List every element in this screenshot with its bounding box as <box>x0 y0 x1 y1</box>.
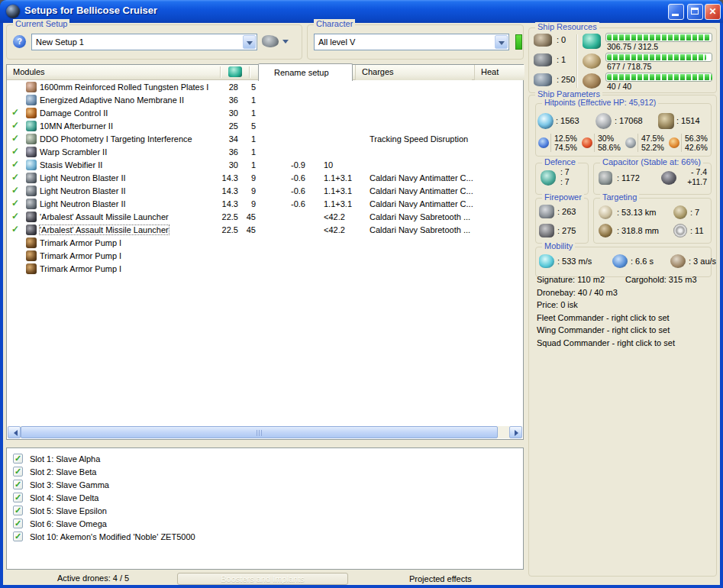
module-active-check-icon: ✓ <box>11 146 19 157</box>
capacitor-amount: : 1172 <box>617 173 640 183</box>
capacitor-delta: - 7.4+11.7 <box>679 167 707 187</box>
module-active-check-icon: ✓ <box>11 120 19 131</box>
module-row[interactable]: ✓Warp Scrambler II361 <box>8 146 522 159</box>
header-separator <box>220 66 221 78</box>
stat-line-left: Dronebay: 40 / 40 m3 <box>537 288 618 297</box>
tab-charges[interactable]: Charges <box>355 65 472 80</box>
minimize-button[interactable] <box>668 4 684 20</box>
implant-row[interactable]: ✓Slot 5: Slave Epsilon <box>7 505 523 518</box>
afterburner-icon <box>26 121 37 131</box>
module-row[interactable]: ✓Light Neutron Blaster II14.39-0.61.1+3.… <box>8 198 522 211</box>
setup-select[interactable]: New Setup 1 <box>31 34 257 50</box>
targeting-group: Targeting : 53.13 km: 7: 318.8 mm: 11 <box>593 198 712 244</box>
maximize-icon <box>691 8 699 15</box>
module-row[interactable]: ✓10MN Afterburner II255 <box>8 120 522 133</box>
module-name: Light Neutron Blaster II <box>40 173 126 183</box>
module-name: 'Arbalest' Assault Missile Launcher <box>40 225 169 234</box>
implant-checkbox[interactable]: ✓ <box>13 467 23 477</box>
modules-header: Modules Rename setupChargesHeat <box>7 65 523 80</box>
maximize-button[interactable] <box>687 4 703 20</box>
module-cap-value: -0.6 <box>271 186 305 195</box>
blaster-icon <box>26 173 37 183</box>
setup-select-arrow-button[interactable] <box>243 35 256 49</box>
implant-checkbox[interactable]: ✓ <box>13 531 23 541</box>
module-name: Trimark Armor Pump I <box>40 251 121 260</box>
implant-row[interactable]: ✓Slot 1: Slave Alpha <box>7 453 523 466</box>
scroll-left-button[interactable] <box>8 426 21 438</box>
module-row[interactable]: ✓Light Neutron Blaster II14.39-0.61.1+3.… <box>8 172 522 185</box>
window-body: Current Setup ? New Setup 1 Character Al… <box>3 23 720 585</box>
implant-row[interactable]: ✓Slot 4: Slave Delta <box>7 492 523 505</box>
scroll-right-button[interactable] <box>509 426 522 438</box>
targeting-value: : 11 <box>690 226 704 235</box>
module-row[interactable]: ✓Stasis Webifier II301-0.910 <box>8 159 522 172</box>
resist-cell: 56.3%42.6% <box>668 134 712 153</box>
stat-line-left: Price: 0 isk <box>537 300 578 309</box>
module-row[interactable]: Trimark Armor Pump I <box>8 263 522 276</box>
implant-checkbox[interactable]: ✓ <box>13 506 23 515</box>
scrollbar-thumb[interactable] <box>21 426 498 438</box>
boosters-implants-button[interactable]: Boosters and Implants <box>177 573 348 585</box>
module-row[interactable]: ✓'Arbalest' Assault Missile Launcher22.5… <box>8 224 522 237</box>
resist-values: 30%58.6% <box>594 134 621 152</box>
implant-label: Slot 1: Slave Alpha <box>30 454 100 464</box>
damage-control-icon <box>26 108 37 118</box>
implant-row[interactable]: ✓Slot 6: Slave Omega <box>7 518 523 531</box>
implant-row[interactable]: ✓Slot 2: Slave Beta <box>7 466 523 479</box>
tab-heat[interactable]: Heat <box>474 65 524 80</box>
tracking-disruptor-icon <box>26 134 37 144</box>
ship-menu-button[interactable] <box>262 34 291 50</box>
horizontal-scrollbar[interactable] <box>8 426 522 438</box>
implant-checkbox[interactable]: ✓ <box>13 480 23 489</box>
implant-row[interactable]: ✓Slot 10: Akemon's Modified 'Noble' ZET5… <box>7 531 523 544</box>
character-select-arrow-button[interactable] <box>495 35 508 49</box>
module-pg-value: 1 <box>233 147 256 157</box>
module-row[interactable]: ✓Damage Control II301 <box>8 107 522 120</box>
app-icon <box>6 5 20 18</box>
resist-cell: 12.5%74.5% <box>537 134 581 153</box>
module-row[interactable]: Trimark Armor Pump I <box>8 237 522 250</box>
capacitor-label: Capacitor (Stable at: 66%) <box>600 157 703 166</box>
warp-scrambler-icon <box>26 147 37 157</box>
chevron-down-icon <box>247 41 253 48</box>
module-active-check-icon: ✓ <box>11 172 19 183</box>
module-pg-value: 1 <box>233 160 256 170</box>
close-button[interactable]: ✕ <box>705 4 721 20</box>
implant-checkbox[interactable]: ✓ <box>13 493 23 502</box>
current-setup-label: Current Setup <box>13 19 69 28</box>
implant-row[interactable]: ✓Slot 3: Slave Gamma <box>7 479 523 492</box>
character-status-indicator <box>515 34 522 50</box>
modules-column-header[interactable]: Modules <box>13 67 45 76</box>
cpu-column-icon[interactable] <box>228 66 242 77</box>
implant-label: Slot 2: Slave Beta <box>30 467 96 477</box>
range-icon <box>599 205 612 219</box>
help-icon[interactable]: ? <box>13 35 26 48</box>
module-row[interactable]: ✓'Arbalest' Assault Missile Launcher22.5… <box>8 211 522 224</box>
resist-values: 56.3%42.6% <box>681 134 708 152</box>
capacitor-group: Capacitor (Stable at: 66%) : 1172 - 7.4+… <box>593 163 712 195</box>
help-glyph: ? <box>17 37 22 46</box>
tab-rename-setup[interactable]: Rename setup <box>258 63 353 81</box>
module-range-value: 10 <box>324 160 333 170</box>
cpu-icon <box>583 34 601 49</box>
implant-checkbox[interactable]: ✓ <box>13 519 23 528</box>
turret-hardpoint-icon <box>534 34 552 47</box>
launcher-hardpoint-icon <box>534 53 552 66</box>
armor-icon <box>596 113 612 129</box>
module-row[interactable]: 1600mm Reinforced Rolled Tungsten Plates… <box>8 81 522 94</box>
module-charge-name: Caldari Navy Antimatter C... <box>370 199 473 208</box>
implant-checkbox[interactable]: ✓ <box>13 454 23 464</box>
module-row[interactable]: Trimark Armor Pump I <box>8 250 522 263</box>
character-select[interactable]: All level V <box>314 34 509 50</box>
module-pg-value: 9 <box>233 173 256 183</box>
character-group: Character All level V <box>307 24 524 60</box>
projected-effects-label[interactable]: Projected effects <box>409 574 472 583</box>
module-range-value: 1.1+3.1 <box>324 186 352 195</box>
thermal-icon <box>582 137 592 148</box>
module-row[interactable]: Energized Adaptive Nano Membrane II361 <box>8 94 522 107</box>
module-row[interactable]: ✓DDO Photometry I Targeting Interference… <box>8 133 522 146</box>
implant-label: Slot 5: Slave Epsilon <box>30 506 107 515</box>
resource-bar <box>605 53 712 62</box>
calibration-icon <box>534 73 552 86</box>
module-row[interactable]: ✓Light Neutron Blaster II14.39-0.61.1+3.… <box>8 185 522 198</box>
